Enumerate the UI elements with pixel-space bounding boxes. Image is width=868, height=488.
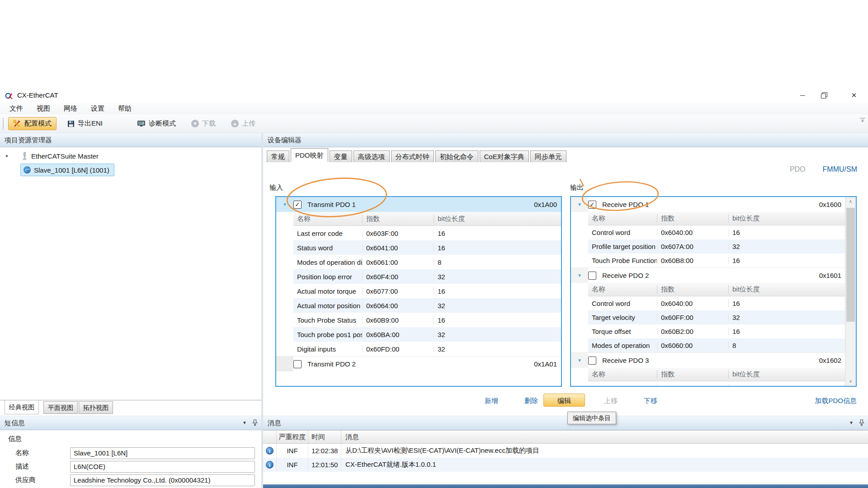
toolbar-overflow-icon[interactable]: ∨ bbox=[860, 118, 865, 123]
entry-index: 0x60B9:00 bbox=[363, 316, 434, 324]
entry-index: 0x6041:00 bbox=[363, 244, 434, 252]
link-pdo[interactable]: PDO bbox=[790, 165, 806, 174]
description-field[interactable]: L6N(COE) bbox=[70, 461, 255, 473]
panel-dropdown-icon[interactable]: ▼ bbox=[849, 420, 854, 425]
message-text: 从D:\工程夹\AVI检测\ESI(E-CAT)\AVI(E-CAT)new.e… bbox=[341, 446, 868, 455]
panel-dropdown-icon[interactable]: ▼ bbox=[242, 420, 247, 425]
delete-button[interactable]: 删除 bbox=[524, 395, 538, 407]
pdo-checkbox[interactable]: ✓ bbox=[588, 357, 596, 365]
message-row[interactable]: i INF 12:02:38 从D:\工程夹\AVI检测\ESI(E-CAT)\… bbox=[263, 444, 868, 458]
menu-settings[interactable]: 设置 bbox=[84, 104, 111, 113]
entry-bitlength: 16 bbox=[434, 287, 561, 295]
tab-flat-view[interactable]: 平面视图 bbox=[43, 401, 78, 414]
tab-init-commands[interactable]: 初始化命令 bbox=[435, 150, 478, 162]
scroll-down-icon[interactable]: ∨ bbox=[845, 377, 856, 386]
tab-advanced-options[interactable]: 高级选项 bbox=[354, 150, 390, 162]
message-row[interactable]: i INF 12:01:50 CX-EtherCAT就绪.版本1.0.0.1 bbox=[263, 458, 868, 472]
pdo-checkbox[interactable]: ✓ bbox=[293, 360, 302, 368]
entry-bitlength: 16 bbox=[729, 300, 845, 307]
pdo-entry-row[interactable]: Digital inputs 0x60FD:00 32 bbox=[293, 342, 561, 356]
restore-button[interactable] bbox=[821, 92, 826, 98]
tab-general[interactable]: 常规 bbox=[267, 150, 289, 162]
tab-sync-units[interactable]: 同步单元 bbox=[530, 150, 566, 162]
pdo-entry-row[interactable]: Status word 0x6041:00 16 bbox=[293, 240, 561, 255]
tab-topology-view[interactable]: 拓扑视图 bbox=[79, 401, 113, 414]
column-bitlength: bit位长度 bbox=[729, 370, 845, 379]
entry-index: 0x607A:00 bbox=[657, 243, 729, 250]
pdo-entry-row[interactable]: Position loop error 0x60F4:00 32 bbox=[293, 269, 561, 284]
pdo-entry-row[interactable]: Modes of operation display 0x6061:00 8 bbox=[293, 255, 561, 269]
tab-pdo-mapping[interactable]: PDO映射 bbox=[291, 148, 328, 162]
collapse-arrow-icon[interactable]: ▼ bbox=[577, 358, 582, 363]
pdo-entry-row[interactable]: Target velocity 0x60FF:00 32 bbox=[588, 310, 845, 324]
pdo-entry-row[interactable]: Touch Probe Function 0x60B8:00 16 bbox=[588, 253, 845, 267]
pdo-entry-row[interactable]: Touch probe pos1 pos value 0x60BA:00 32 bbox=[293, 327, 561, 342]
pdo-entry-row[interactable]: Last error code 0x603F:00 16 bbox=[293, 226, 561, 240]
tab-coe-dictionary[interactable]: CoE对象字典 bbox=[480, 150, 529, 162]
pdo-checkbox[interactable]: ✓ bbox=[588, 201, 596, 209]
tab-distributed-clock[interactable]: 分布式时钟 bbox=[391, 150, 434, 162]
pdo-group-row[interactable]: ✓ Transmit PDO 2 0x1A01 bbox=[276, 356, 561, 371]
entry-index: 0x60F4:00 bbox=[363, 273, 434, 281]
collapse-arrow-icon[interactable]: ▼ bbox=[283, 202, 287, 207]
link-fmmu-sm[interactable]: FMMU/SM bbox=[823, 165, 857, 174]
pdo-entry-row[interactable]: Actual motor position 0x6064:00 32 bbox=[293, 298, 561, 313]
pin-icon[interactable] bbox=[859, 419, 864, 426]
pdo-checkbox[interactable]: ✓ bbox=[588, 272, 596, 280]
menu-file[interactable]: 文件 bbox=[3, 104, 30, 113]
scroll-thumb[interactable] bbox=[846, 208, 855, 322]
column-bitlength: bit位长度 bbox=[729, 285, 845, 294]
download-icon: ▼ bbox=[191, 120, 199, 127]
pin-icon[interactable] bbox=[252, 419, 258, 426]
severity-icon-column bbox=[263, 431, 277, 443]
bottom-status-bar bbox=[263, 484, 868, 488]
column-name: 名称 bbox=[588, 214, 657, 223]
vertical-scrollbar[interactable]: ∧ ∨ bbox=[845, 197, 856, 386]
name-field[interactable]: Slave_1001 [L6N] bbox=[70, 447, 255, 459]
add-button[interactable]: 新增 bbox=[485, 395, 498, 407]
pdo-entry-row[interactable]: Torque offset 0x60B2:00 16 bbox=[588, 324, 845, 338]
menu-view[interactable]: 视图 bbox=[30, 104, 57, 113]
menu-network[interactable]: 网络 bbox=[57, 104, 84, 113]
pdo-group-row[interactable]: ▼ ✓ Receive PDO 2 0x1601 bbox=[571, 267, 845, 283]
tab-classic-view[interactable]: 经典视图 bbox=[5, 400, 39, 414]
collapse-arrow-icon[interactable]: ▼ bbox=[577, 273, 582, 278]
pdo-id: 0x1602 bbox=[819, 357, 841, 364]
config-mode-button[interactable]: 配置模式 bbox=[8, 117, 57, 130]
tree-item-slave-selected[interactable]: Slave_1001 [L6N] (1001) bbox=[20, 164, 114, 176]
minimize-button[interactable]: ─ bbox=[792, 88, 813, 103]
entry-index: 0x60BA:00 bbox=[363, 331, 434, 338]
pdo-group-row[interactable]: ▼ ✓ Transmit PDO 1 0x1A00 bbox=[276, 197, 561, 212]
load-pdo-info-button[interactable]: 加载PDO信息 bbox=[815, 395, 857, 407]
pdo-group-row[interactable]: ▼ ✓ Receive PDO 1 0x1600 bbox=[571, 197, 845, 212]
entry-index: 0x60FD:00 bbox=[363, 345, 434, 353]
scroll-up-icon[interactable]: ∧ bbox=[845, 197, 856, 206]
pdo-entry-row[interactable]: Control word 0x6040:00 16 bbox=[588, 296, 845, 310]
entry-bitlength: 8 bbox=[729, 342, 845, 349]
close-button[interactable]: ✕ bbox=[844, 88, 864, 103]
edit-button[interactable]: 编辑 bbox=[543, 394, 585, 407]
collapse-arrow-icon[interactable]: ▼ bbox=[577, 202, 582, 207]
entry-name: Touch probe pos1 pos value bbox=[293, 331, 363, 338]
tab-variables[interactable]: 变量 bbox=[330, 150, 352, 162]
pdo-group-row[interactable]: ▼ ✓ Receive PDO 3 0x1602 bbox=[571, 352, 845, 368]
pdo-entry-row[interactable]: Touch Probe Status 0x60B9:00 16 bbox=[293, 313, 561, 327]
pdo-entry-row[interactable]: Actual motor torque 0x6077:00 16 bbox=[293, 284, 561, 298]
column-time: 时间 bbox=[308, 431, 341, 443]
pdo-entry-row[interactable]: Profile target position 0x607A:00 32 bbox=[588, 239, 845, 253]
pdo-entry-row[interactable]: Control word 0x6040:00 16 bbox=[588, 225, 845, 239]
vendor-field[interactable]: Leadshine Technology Co.,Ltd. (0x0000432… bbox=[70, 474, 255, 486]
pdo-checkbox[interactable]: ✓ bbox=[293, 201, 302, 209]
diagnosis-mode-button[interactable]: 诊断模式 bbox=[132, 117, 180, 130]
export-eni-button[interactable]: 导出ENI bbox=[63, 117, 107, 130]
entry-name: Torque offset bbox=[588, 328, 657, 335]
column-bitlength: bit位长度 bbox=[434, 215, 561, 223]
pdo-entry-row[interactable]: Modes of operation 0x6060:00 8 bbox=[588, 338, 845, 352]
app-logo-icon bbox=[5, 91, 14, 100]
move-down-button[interactable]: 下移 bbox=[644, 395, 657, 407]
move-up-button: 上移 bbox=[604, 395, 618, 407]
tree-expander-icon[interactable]: ▾ bbox=[0, 153, 14, 159]
pdo-entry-row-clipped[interactable]: Control word 0x6040:00 16 bbox=[588, 381, 845, 386]
menu-help[interactable]: 帮助 bbox=[111, 104, 138, 113]
tree-item-master[interactable]: ▾ EtherCATSuite Master bbox=[0, 150, 99, 162]
